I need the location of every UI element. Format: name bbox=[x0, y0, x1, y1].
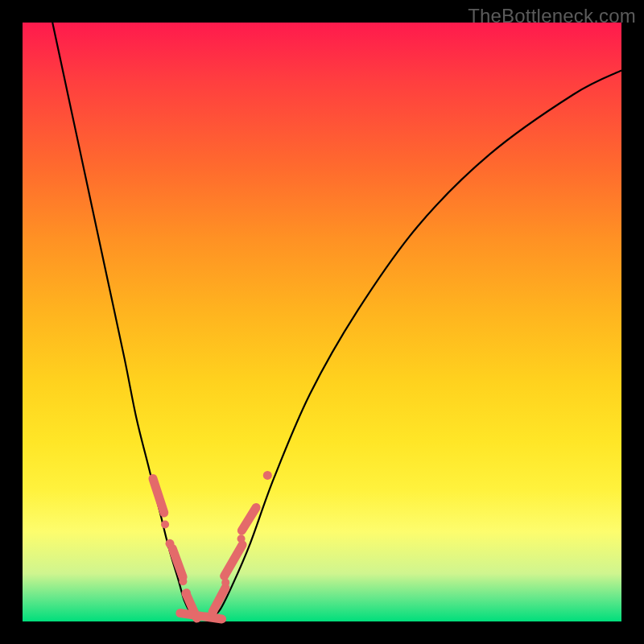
data-markers bbox=[147, 471, 272, 624]
data-marker-dot bbox=[161, 520, 169, 528]
data-marker-dot bbox=[263, 471, 272, 480]
data-marker-dot bbox=[179, 577, 187, 585]
left-curve bbox=[52, 23, 195, 618]
data-marker-dot bbox=[237, 535, 246, 543]
data-marker-pill bbox=[147, 473, 170, 518]
watermark-text: TheBottleneck.com bbox=[468, 5, 636, 27]
chart-plot-area bbox=[23, 23, 621, 621]
right-curve bbox=[211, 71, 621, 618]
chart-svg bbox=[23, 23, 621, 621]
